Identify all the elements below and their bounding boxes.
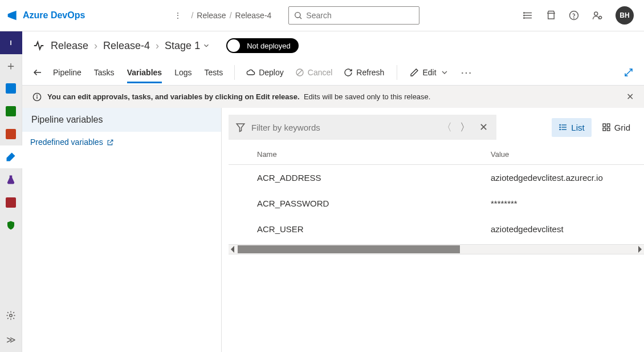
stage-dropdown[interactable]: Stage 1 [165,40,210,52]
cell-value: aziotedgedevclitest [491,224,644,234]
nav-artifacts-icon[interactable] [0,191,22,214]
back-arrow-icon[interactable] [32,67,43,78]
breadcrumb-release4[interactable]: Release-4 [235,11,272,20]
breadcrumb-release[interactable]: Release [197,11,226,20]
svg-point-24 [560,124,560,125]
nav-repos-icon[interactable] [0,123,22,145]
cell-name: ACR_PASSWORD [257,199,491,208]
release-crumb-root[interactable]: Release [51,40,88,52]
svg-rect-27 [603,124,606,127]
nav-project-icon[interactable]: I [0,31,22,54]
filter-next-icon[interactable]: 〉 [459,120,471,134]
nav-testplans-icon[interactable] [0,100,22,123]
horizontal-scrollbar[interactable] [229,244,644,254]
svg-rect-30 [607,128,610,131]
svg-point-25 [560,127,560,127]
cancel-icon [295,68,304,77]
filter-icon [235,122,246,132]
pencil-icon [410,68,419,77]
kebab-menu-icon[interactable]: ⋮ [169,11,186,20]
chevron-right-icon: › [94,40,97,52]
svg-point-19 [37,95,38,95]
column-header-name[interactable]: Name [257,150,491,159]
cloud-icon [246,68,255,77]
svg-point-0 [295,13,300,18]
nav-expand-icon[interactable]: ≫ [0,327,22,352]
refresh-button[interactable]: Refresh [344,68,384,77]
table-row[interactable]: ACR_PASSWORD ******** [229,191,644,216]
search-input[interactable] [306,11,414,20]
external-link-icon [107,139,114,146]
deployment-status-pill: Not deployed [226,38,299,53]
svg-marker-20 [237,124,244,132]
svg-line-16 [625,69,632,76]
svg-point-12 [10,314,13,317]
release-root-icon [32,39,45,52]
user-settings-icon[interactable] [592,10,603,21]
nav-add-icon[interactable]: ＋ [0,54,22,77]
scrollbar-thumb[interactable] [238,245,460,253]
release-crumb-release4[interactable]: Release-4 [103,40,150,52]
edit-button[interactable]: Edit [410,68,449,77]
status-label: Not deployed [247,42,291,50]
cell-name: ACR_ADDRESS [257,173,491,183]
banner-bold: You can edit approvals, tasks, and varia… [47,92,300,101]
svg-point-5 [524,13,525,14]
tab-tests[interactable]: Tests [204,62,223,83]
nav-security-icon[interactable] [0,214,22,237]
tab-logs[interactable]: Logs [174,62,191,83]
search-icon [294,11,303,20]
banner-close-icon[interactable]: ✕ [626,91,634,102]
cell-name: ACR_USER [257,224,491,234]
filter-prev-icon[interactable]: 〈 [441,120,453,134]
svg-point-7 [524,18,525,19]
column-header-value[interactable]: Value [491,150,644,159]
deploy-button[interactable]: Deploy [246,68,284,77]
list-view-icon [559,123,568,132]
user-avatar[interactable]: BH [616,6,634,25]
predefined-variables-link[interactable]: Predefined variables [22,132,221,152]
info-icon [32,92,42,102]
chevron-down-icon [202,42,210,50]
svg-line-1 [300,17,301,19]
tab-tasks[interactable]: Tasks [94,62,115,83]
top-breadcrumb: / Release / Release-4 [191,11,271,20]
chevron-down-icon [440,68,449,77]
more-actions-icon[interactable]: ⋯ [460,66,473,79]
search-box[interactable] [288,6,419,25]
nav-pipelines-icon[interactable] [0,145,22,168]
svg-point-9 [574,18,574,18]
nav-boards-icon[interactable] [0,77,22,100]
cell-value: ******** [491,199,644,208]
svg-point-6 [524,15,525,16]
help-icon[interactable] [569,10,579,21]
marketplace-icon[interactable] [546,10,556,21]
filter-box[interactable]: 〈 〉 ✕ [229,115,496,140]
stage-label: Stage 1 [165,40,200,52]
svg-rect-28 [607,124,610,127]
filter-input[interactable] [251,123,435,132]
tab-pipeline[interactable]: Pipeline [53,62,81,83]
table-row[interactable]: ACR_ADDRESS aziotedgedevclitest.azurecr.… [229,165,644,191]
view-grid-button[interactable]: Grid [595,118,637,137]
sidepanel-title[interactable]: Pipeline variables [22,108,221,132]
view-list-button[interactable]: List [552,118,591,137]
table-row[interactable]: ACR_USER aziotedgedevclitest [229,216,644,242]
azure-devops-logo-icon [7,10,18,21]
filter-clear-icon[interactable]: ✕ [477,121,490,133]
nav-settings-icon[interactable] [0,304,22,327]
svg-rect-29 [603,128,606,131]
fullscreen-icon[interactable] [623,67,634,78]
sidepanel-link-label: Predefined variables [30,137,103,147]
info-banner: You can edit approvals, tasks, and varia… [22,86,644,108]
svg-point-11 [599,17,602,19]
refresh-icon [344,68,353,77]
nav-flask-icon[interactable] [0,168,22,191]
tab-variables[interactable]: Variables [127,62,162,83]
svg-line-15 [297,70,302,75]
cell-value: aziotedgedevclitest.azurecr.io [491,173,644,183]
list-icon[interactable] [523,10,533,21]
cancel-button: Cancel [295,68,333,77]
brand-name[interactable]: Azure DevOps [23,10,85,21]
chevron-right-icon: › [156,40,159,52]
